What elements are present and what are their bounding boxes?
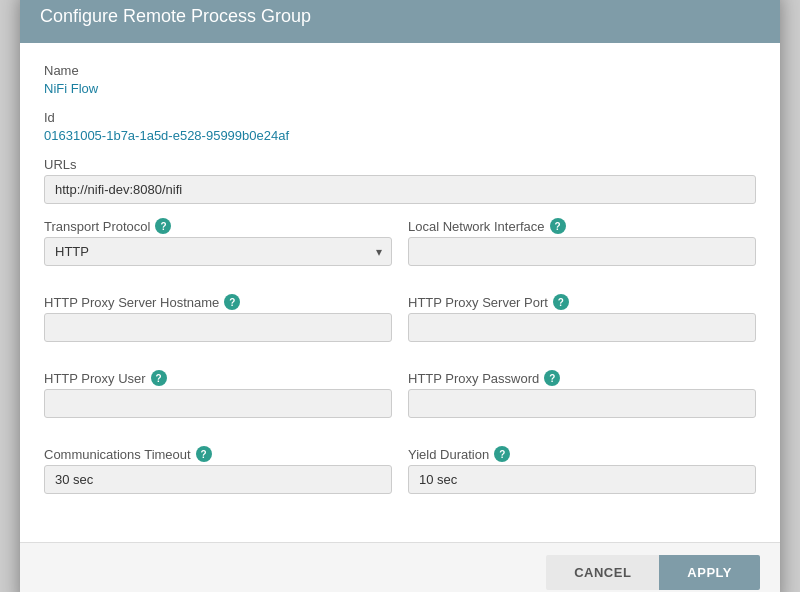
proxy-user-label: HTTP Proxy User ? [44, 370, 392, 386]
dialog-footer: CANCEL APPLY [20, 542, 780, 592]
local-network-label: Local Network Interface ? [408, 218, 756, 234]
dialog-header: Configure Remote Process Group [20, 0, 780, 43]
id-value: 01631005-1b7a-1a5d-e528-95999b0e24af [44, 128, 756, 143]
proxy-user-help-icon[interactable]: ? [151, 370, 167, 386]
dialog-title: Configure Remote Process Group [40, 6, 760, 27]
id-label: Id [44, 110, 756, 125]
proxy-user-field-group: HTTP Proxy User ? [44, 370, 392, 418]
cancel-button[interactable]: CANCEL [546, 555, 659, 590]
comm-timeout-input[interactable] [44, 465, 392, 494]
id-field-group: Id 01631005-1b7a-1a5d-e528-95999b0e24af [44, 110, 756, 143]
yield-duration-input[interactable] [408, 465, 756, 494]
local-network-field-group: Local Network Interface ? [408, 218, 756, 266]
name-value: NiFi Flow [44, 81, 756, 96]
proxy-hostname-label: HTTP Proxy Server Hostname ? [44, 294, 392, 310]
transport-protocol-field-group: Transport Protocol ? HTTP RAW ▾ [44, 218, 392, 266]
yield-duration-field-group: Yield Duration ? [408, 446, 756, 494]
proxy-user-password-row: HTTP Proxy User ? HTTP Proxy Password ? [44, 370, 756, 432]
configure-remote-process-group-dialog: Configure Remote Process Group Name NiFi… [20, 0, 780, 592]
proxy-hostname-port-row: HTTP Proxy Server Hostname ? HTTP Proxy … [44, 294, 756, 356]
apply-button[interactable]: APPLY [659, 555, 760, 590]
proxy-password-input[interactable] [408, 389, 756, 418]
comm-timeout-help-icon[interactable]: ? [196, 446, 212, 462]
name-field-group: Name NiFi Flow [44, 63, 756, 96]
urls-input[interactable] [44, 175, 756, 204]
proxy-password-field-group: HTTP Proxy Password ? [408, 370, 756, 418]
transport-protocol-help-icon[interactable]: ? [155, 218, 171, 234]
yield-duration-label: Yield Duration ? [408, 446, 756, 462]
name-label: Name [44, 63, 756, 78]
local-network-help-icon[interactable]: ? [550, 218, 566, 234]
urls-field-group: URLs [44, 157, 756, 204]
urls-label: URLs [44, 157, 756, 172]
transport-protocol-label: Transport Protocol ? [44, 218, 392, 234]
proxy-hostname-input[interactable] [44, 313, 392, 342]
dialog-body: Name NiFi Flow Id 01631005-1b7a-1a5d-e52… [20, 43, 780, 542]
proxy-user-input[interactable] [44, 389, 392, 418]
proxy-password-help-icon[interactable]: ? [544, 370, 560, 386]
comm-timeout-label: Communications Timeout ? [44, 446, 392, 462]
proxy-port-input[interactable] [408, 313, 756, 342]
comm-timeout-field-group: Communications Timeout ? [44, 446, 392, 494]
transport-localnet-row: Transport Protocol ? HTTP RAW ▾ Local Ne… [44, 218, 756, 280]
yield-duration-help-icon[interactable]: ? [494, 446, 510, 462]
proxy-hostname-field-group: HTTP Proxy Server Hostname ? [44, 294, 392, 342]
proxy-password-label: HTTP Proxy Password ? [408, 370, 756, 386]
proxy-hostname-help-icon[interactable]: ? [224, 294, 240, 310]
transport-protocol-select[interactable]: HTTP RAW [44, 237, 392, 266]
proxy-port-help-icon[interactable]: ? [553, 294, 569, 310]
proxy-port-field-group: HTTP Proxy Server Port ? [408, 294, 756, 342]
proxy-port-label: HTTP Proxy Server Port ? [408, 294, 756, 310]
local-network-input[interactable] [408, 237, 756, 266]
transport-protocol-select-wrapper: HTTP RAW ▾ [44, 237, 392, 266]
timeout-yield-row: Communications Timeout ? Yield Duration … [44, 446, 756, 508]
